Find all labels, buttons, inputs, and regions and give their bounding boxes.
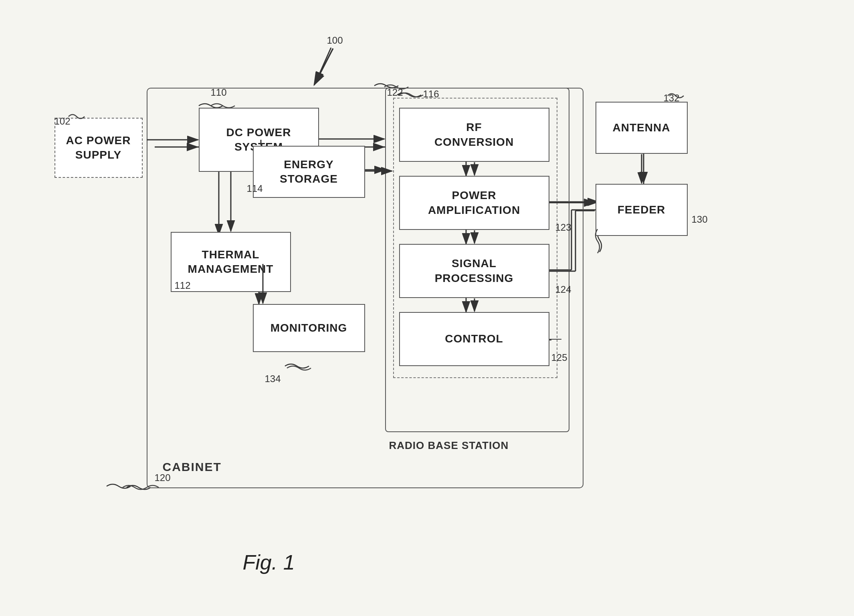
control-label: CONTROL <box>445 332 503 346</box>
antenna-box: ANTENNA <box>596 102 688 154</box>
ref-122: 122 <box>387 87 403 98</box>
energy-storage-label: ENERGYSTORAGE <box>280 157 338 187</box>
power-amplification-label: POWERAMPLIFICATION <box>428 188 520 217</box>
ref-116: 116 <box>423 89 439 100</box>
ref-112: 112 <box>175 280 191 291</box>
ref-125: 125 <box>551 352 567 363</box>
signal-processing-label: SIGNALPROCESSING <box>435 256 514 286</box>
signal-processing-box: SIGNALPROCESSING <box>399 244 549 298</box>
monitoring-box: MONITORING <box>253 304 365 352</box>
ref-134: 134 <box>265 373 281 384</box>
diagram-container: 100 AC POWERSUPPLY 102 CABINET 120 110 D… <box>46 28 808 588</box>
energy-storage-box: ENERGYSTORAGE <box>253 146 365 198</box>
thermal-management-label: THERMALMANAGEMENT <box>188 248 274 277</box>
ref-120: 120 <box>155 472 171 483</box>
ref-132: 132 <box>664 93 680 104</box>
ref-102: 102 <box>55 116 71 127</box>
rbs-label: RADIO BASE STATION <box>389 439 509 452</box>
svg-line-2 <box>315 48 331 84</box>
power-amplification-box: POWERAMPLIFICATION <box>399 176 549 230</box>
ref-110: 110 <box>211 87 227 98</box>
ref-100: 100 <box>327 35 343 46</box>
ac-power-supply-label: AC POWERSUPPLY <box>66 133 131 163</box>
feeder-label: FEEDER <box>618 203 666 217</box>
ref-130: 130 <box>692 214 708 225</box>
ref-123: 123 <box>555 222 571 233</box>
antenna-label: ANTENNA <box>613 121 670 135</box>
control-box: CONTROL <box>399 312 549 366</box>
ref-124: 124 <box>555 284 571 295</box>
cabinet-label: CABINET <box>163 460 222 474</box>
figure-label: Fig. 1 <box>243 550 295 574</box>
rf-conversion-box: RFCONVERSION <box>399 108 549 162</box>
monitoring-label: MONITORING <box>271 321 347 335</box>
svg-line-20 <box>314 48 333 85</box>
feeder-box: FEEDER <box>596 184 688 236</box>
ref-114: 114 <box>247 183 263 194</box>
rf-conversion-label: RFCONVERSION <box>434 120 514 149</box>
